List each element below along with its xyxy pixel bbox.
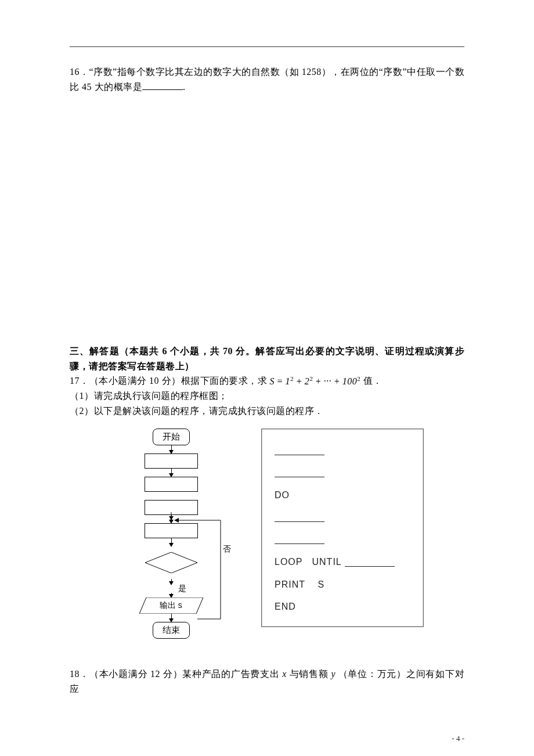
q16-text-b: . [183,82,186,92]
flow-node-body1[interactable] [145,500,198,515]
code-blank-2[interactable] [275,462,414,484]
flow-arrow [171,515,172,523]
code-print: PRINT S [275,574,414,596]
flow-node-output: 输出 s [139,597,203,614]
section-3-heading: 三、解答题（本题共 6 个小题，共 70 分。解答应写出必要的文字说明、证明过程… [70,344,464,373]
code-blank-until[interactable] [345,559,395,567]
code-box: DO LOOP UNTIL PRINT S END [261,429,424,627]
svg-marker-1 [174,518,179,523]
header-rule [70,46,464,47]
vspace [70,94,464,344]
q17-sub2: （2）以下是解决该问题的程序，请完成执行该问题的程序． [70,404,464,419]
flow-arrow [171,469,172,477]
code-blank-4[interactable] [275,529,414,551]
flow-output-prefix: 输出 [160,601,178,610]
q16-blank[interactable] [142,81,183,89]
q16-number: 16． [70,67,89,77]
flow-node-init1[interactable] [145,453,198,469]
code-loop-until-label: LOOP UNTIL [275,557,345,567]
flow-arrow [171,614,172,622]
q17-intro-a: 17．（本小题满分 10 分）根据下面的要求，求 [70,376,267,386]
flow-label-yes: 是 [178,584,186,594]
flow-node-start: 开始 [153,429,190,445]
flow-arrow [171,579,172,585]
flow-decision-wrap: 否 [104,546,238,579]
flow-node-body2[interactable] [145,523,198,538]
flow-arrow [171,445,172,453]
q17-formula: S = 12 + 22 + ··· + 1002 [270,376,361,386]
q17-figures: 开始 [70,429,464,639]
question-16: 16．“序数”指每个数字比其左边的数字大的自然数（如 1258），在两位的“序数… [70,64,464,94]
page-number: - 4 - [452,734,464,743]
flow-node-end: 结束 [153,622,190,639]
code-loop-until: LOOP UNTIL [275,551,414,573]
flow-node-init2[interactable] [145,477,198,492]
flow-arrow [171,538,172,546]
question-17: 17．（本小题满分 10 分）根据下面的要求，求 S = 12 + 22 + ·… [70,373,464,388]
q17-sub1: （1）请完成执行该问题的程序框图； [70,388,464,404]
q16-text-a: “序数”指每个数字比其左边的数字大的自然数（如 1258），在两位的“序数”中任… [70,67,464,92]
flow-label-no: 否 [223,544,231,555]
code-do: DO [275,484,414,506]
flow-output-var: s [178,600,183,610]
code-end: END [275,596,414,618]
q17-intro-b: 值． [363,376,383,386]
question-18: 18．（本小题满分 12 分）某种产品的广告费支出 x 与销售额 y （单位：万… [70,667,464,696]
flow-node-decision[interactable] [145,552,197,573]
code-blank-3[interactable] [275,507,414,529]
page: 16．“序数”指每个数字比其左边的数字大的自然数（如 1258），在两位的“序数… [0,0,534,756]
svg-marker-2 [145,552,197,573]
flow-arrow [171,593,172,597]
code-blank-1[interactable] [275,440,414,462]
flowchart: 开始 [104,429,238,639]
